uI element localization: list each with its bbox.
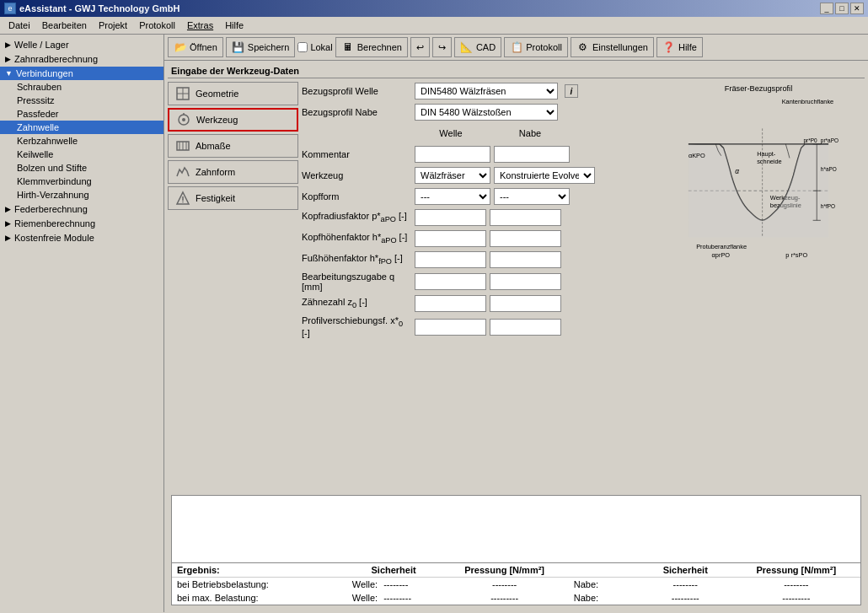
zahnform-icon — [175, 164, 190, 180]
sidebar-item-passfeder[interactable]: Passfeder — [0, 107, 163, 121]
col-pressung2: Pressung [N/mm²] — [732, 563, 860, 578]
sidebar-item-hirth[interactable]: Hirth-Verzahnung — [0, 188, 163, 202]
kopfradiusfaktor-row: Kopfradiusfaktor p*aPO [-] 0.16 0.16 — [302, 208, 642, 227]
zahnezahl-welle-input[interactable]: --- — [415, 295, 486, 312]
sidebar-group-zahnrad: ▶ Zahnradberechnung — [0, 52, 163, 66]
abmasse-icon — [175, 138, 190, 153]
output-text-area — [172, 496, 860, 563]
fusshohenfaktor-nabe-input[interactable]: 0.45 — [490, 251, 561, 268]
berechnen-button[interactable]: 🖩 Berechnen — [335, 37, 408, 57]
festigkeit-icon — [175, 191, 190, 206]
col-sicherheit2: Sicherheit — [639, 563, 732, 578]
protokoll-icon: 📋 — [510, 40, 523, 54]
werkzeug-row: Werkzeug Wälzfräser Konstruierte Evolve.… — [302, 166, 642, 185]
nav-abmasse-button[interactable]: Abmaße — [168, 134, 298, 158]
svg-text:Fräser-Bezugsprofil: Fräser-Bezugsprofil — [725, 84, 792, 93]
bearbeitungszugabe-welle-input[interactable]: 0.0 — [415, 273, 486, 290]
fusshohenfaktor-welle-input[interactable]: 0.45 — [415, 251, 486, 268]
geometrie-icon — [175, 86, 190, 101]
profilverschiebungsf-welle-input[interactable]: --- — [415, 319, 486, 336]
settings-icon: ⚙ — [576, 40, 590, 54]
kommentar-welle-input[interactable] — [415, 146, 490, 163]
bezugsprofil-welle-select[interactable]: DIN5480 Wälzfräsen — [415, 83, 558, 99]
kopfform-welle-select[interactable]: --- — [415, 188, 490, 205]
sidebar-item-schrauben[interactable]: Schrauben — [0, 80, 163, 94]
sidebar-item-bolzen[interactable]: Bolzen und Stifte — [0, 161, 163, 175]
open-icon: 📂 — [174, 40, 187, 54]
svg-text:α: α — [735, 167, 739, 175]
results-table: Ergebnis: Sicherheit Pressung [N/mm²] Si… — [172, 563, 860, 605]
menu-datei[interactable]: Datei — [3, 19, 35, 32]
col-nabe-header: Nabe — [492, 128, 568, 138]
minimize-button[interactable]: _ — [820, 3, 833, 14]
maximize-button[interactable]: □ — [835, 3, 849, 14]
kopfradiusfaktor-welle-input[interactable]: 0.16 — [415, 209, 486, 226]
menu-bearbeiten[interactable]: Bearbeiten — [37, 19, 92, 32]
sidebar-header-zahnrad[interactable]: ▶ Zahnradberechnung — [0, 52, 163, 66]
zahnezahl-nabe-input[interactable]: --- — [490, 295, 561, 312]
panel-title: Eingabe der Werkzeug-Daten — [168, 64, 865, 78]
einstellungen-button[interactable]: ⚙ Einstellungen — [571, 37, 654, 57]
svg-text:pr*P0: pr*P0 — [804, 137, 818, 144]
max-label: bei max. Belastung: — [172, 591, 347, 605]
bezugsprofil-nabe-select[interactable]: DIN 5480 Wälzstoßen — [415, 104, 558, 121]
arrow-icon: ▶ — [5, 40, 11, 49]
kopfhohenfaktor-welle-input[interactable]: 0.6 — [415, 230, 486, 247]
werkzeug-welle-select[interactable]: Wälzfräser — [415, 167, 490, 184]
max-welle-label: Welle: --------- — [347, 591, 441, 605]
lokal-checkbox[interactable] — [297, 42, 308, 52]
svg-point-12 — [182, 202, 184, 203]
profilverschiebungsf-nabe-input[interactable]: --- — [490, 319, 561, 336]
kopfform-nabe-select[interactable]: --- — [494, 188, 570, 205]
arrow-icon-riemen: ▶ — [5, 219, 11, 228]
nav-zahnform-button[interactable]: Zahnform — [168, 160, 298, 184]
kopfhohenfaktor-label: Kopfhöhenfaktor h*aPO [-] — [302, 232, 411, 245]
close-button[interactable]: ✕ — [850, 3, 864, 14]
hilfe-button[interactable]: ❓ Hilfe — [656, 37, 703, 57]
zahnezahl-row: Zähnezahl z0 [-] --- --- — [302, 294, 642, 313]
nav-werkzeug-button[interactable]: Werkzeug — [168, 108, 298, 132]
svg-text:h*aPO: h*aPO — [821, 166, 837, 172]
kopfhohenfaktor-nabe-input[interactable]: 0.65 — [490, 230, 561, 247]
sidebar-header-verbindungen[interactable]: ▼ Verbindungen — [0, 67, 163, 80]
nav-geometrie-button[interactable]: Geometrie — [168, 82, 298, 105]
nav-festigkeit-button[interactable]: Festigkeit — [168, 186, 298, 210]
bezugsprofil-welle-row: Bezugsprofil Welle DIN5480 Wälzfräsen i — [302, 82, 642, 100]
kommentar-nabe-input[interactable] — [494, 146, 570, 163]
sidebar-item-presssitz[interactable]: Presssitz — [0, 94, 163, 107]
kopfform-label: Kopfform — [302, 191, 411, 202]
max-nabe-label-cell: Nabe: — [569, 591, 639, 605]
sidebar-group-welle-lager: ▶ Welle / Lager — [0, 38, 163, 51]
undo-button[interactable]: ↩ — [410, 37, 430, 57]
svg-text:schneide: schneide — [757, 158, 782, 165]
sidebar-item-kerbzahnwelle[interactable]: Kerbzahnwelle — [0, 134, 163, 148]
menu-protokoll[interactable]: Protokoll — [134, 19, 180, 32]
bearbeitungszugabe-label: Bearbeitungszugabe q [mm] — [302, 272, 411, 292]
sidebar-header-feder[interactable]: ▶ Federberechnung — [0, 202, 163, 216]
max-nabe-sicherheit: --------- — [639, 591, 732, 605]
redo-button[interactable]: ↪ — [432, 37, 452, 57]
kopfradiusfaktor-nabe-input[interactable]: 0.16 — [490, 209, 561, 226]
menu-extras[interactable]: Extras — [182, 19, 218, 32]
kommentar-row: Kommentar — [302, 145, 642, 164]
left-nav: Geometrie Werkzeug Abmaße — [168, 82, 298, 492]
werkzeug-nabe-select[interactable]: Konstruierte Evolve... — [494, 167, 595, 184]
cad-button[interactable]: 📐 CAD — [454, 37, 501, 57]
lokal-wrapper: Lokal — [297, 42, 332, 52]
menu-projekt[interactable]: Projekt — [94, 19, 132, 32]
sidebar-item-zahnwelle[interactable]: Zahnwelle — [0, 121, 163, 134]
offnen-button[interactable]: 📂 Öffnen — [168, 37, 223, 57]
sidebar-header-riemen[interactable]: ▶ Riemenberechnung — [0, 217, 163, 230]
sidebar-item-keilwelle[interactable]: Keilwelle — [0, 148, 163, 161]
speichern-button[interactable]: 💾 Speichern — [226, 37, 296, 57]
sidebar-header-welle-lager[interactable]: ▶ Welle / Lager — [0, 38, 163, 51]
betrieb-nabe-label-cell: Nabe: — [569, 578, 639, 592]
sidebar-header-kostenfreie[interactable]: ▶ Kostenfreie Module — [0, 231, 163, 245]
protokoll-button[interactable]: 📋 Protokoll — [504, 37, 568, 57]
menu-hilfe[interactable]: Hilfe — [220, 19, 249, 32]
max-nabe-pressung: --------- — [732, 591, 860, 605]
sidebar-item-klemm[interactable]: Klemmverbindung — [0, 175, 163, 188]
info-icon-welle[interactable]: i — [565, 84, 578, 98]
frase-diagram: Fräser-Bezugsprofil Kantenbruchflanke We… — [657, 82, 860, 284]
bearbeitungszugabe-nabe-input[interactable]: 0.0 — [490, 273, 561, 290]
